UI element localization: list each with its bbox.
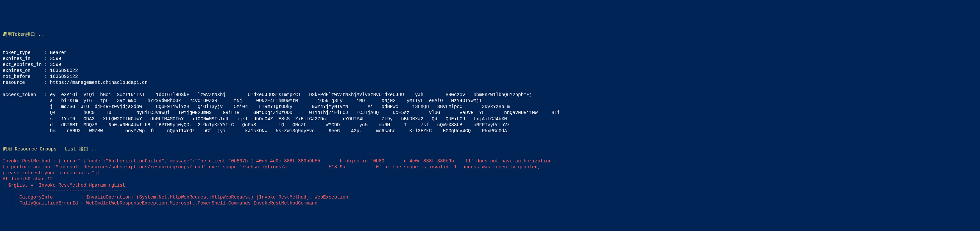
error-line: At line:50 char:12 (3, 176, 977, 182)
header-rg: 调用 Resource Groups - List 接口 .. (3, 146, 977, 152)
token-field: not_before : 1636892122 (3, 74, 977, 79)
error-line: + FullyQualifiedErrorId : WebCmdletWebRe… (3, 200, 977, 206)
access-token-cont: j mdZSG JTU djE4REt0Vjdja2dpW CQUE9IiwiY… (3, 104, 977, 110)
error-line: to perform action 'Microsoft.Resources/s… (3, 164, 977, 170)
access-token-first: access_token : ey eXAiOi V1Qi bGci SUzI1… (3, 92, 977, 98)
access-token-cont: a biIsIm yI6 tpL 3RzLmNo hY2xvdWRhcGk 24… (3, 98, 977, 104)
access-token-cont: bm nANUX WMZBW oovY7Wp fL nQpaI1WrQz uCf… (3, 128, 977, 134)
access-token-cont: s 1YiI6 ODA3 XLtQW2GItNGUwY dhMLTM4MGI5Y… (3, 116, 977, 122)
header-token: 调用Token接口 .. (3, 32, 977, 38)
error-line: Invoke-RestMethod : {"error":{"code":"Au… (3, 158, 977, 164)
access-token-cont: d dCI6MT MDQzM Nn0.xNM64dwI-h8 fBPTM9pj0… (3, 122, 977, 128)
error-line: please refresh your credentials."}} (3, 170, 977, 176)
error-line: + $rgList = Invoke-RestMethod @param_rgL… (3, 182, 977, 188)
token-field: token_type : Bearer (3, 50, 977, 56)
error-line: + ~~~~~~~~~~~~~~~~~~~~~~~~~~~~~~~ (3, 188, 977, 194)
token-field: resource : https://management.chinacloud… (3, 79, 977, 85)
token-field: expires_on : 1636896022 (3, 68, 977, 74)
token-field: ext_expires_in : 3599 (3, 62, 977, 68)
token-field: expires_in : 3599 (3, 56, 977, 62)
error-line: + CategoryInfo : InvalidOperation: (Syst… (3, 194, 977, 200)
access-token-cont: Q4 hOC0 T0 Ny8iLCJvaWQi IwYjgwN2JmMS GRi… (3, 110, 977, 115)
powershell-console: 调用Token接口 .. token_type : Bearerexpires_… (0, 24, 980, 214)
